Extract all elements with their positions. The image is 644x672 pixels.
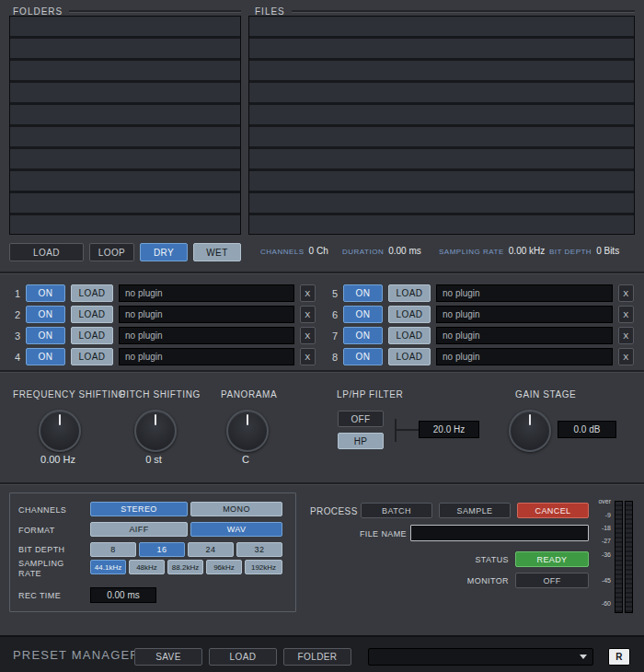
monitor-label: MONITOR [458,576,509,585]
preset-load-button[interactable]: LOAD [209,648,277,666]
slot-remove-button[interactable]: X [618,348,634,365]
folders-listbox[interactable] [9,16,241,235]
plugin-slot-row-4: 4 ON LOAD no plugin X [9,347,316,366]
slot-on-button[interactable]: ON [343,348,383,365]
bit-depth-stat-value: 0 Bits [596,246,619,256]
slot-on-button[interactable]: ON [343,284,383,302]
sampling-rate-44-button[interactable]: 44.1kHz [90,560,126,574]
meter-scale-9: -9 [591,512,611,518]
slot-load-button[interactable]: LOAD [71,306,113,323]
bit-depth-32-button[interactable]: 32 [236,542,282,557]
sampling-rate-48-button[interactable]: 48kHz [129,560,165,574]
sampling-rate-192-button[interactable]: 192kHz [245,560,282,574]
bit-depth-stat-label: BIT DEPTH [549,248,592,256]
channels-stat: CHANNELS 0 Ch [260,246,328,256]
slot-load-button[interactable]: LOAD [71,348,113,365]
slot-load-button[interactable]: LOAD [388,306,431,323]
format-wav-button[interactable]: WAV [190,522,282,537]
gain-value-field[interactable]: 0.0 dB [558,421,616,438]
filter-frequency-field[interactable]: 20.0 Hz [419,421,479,438]
slot-on-button[interactable]: ON [26,284,65,302]
slot-on-button[interactable]: ON [26,348,65,365]
bit-depth-16-button[interactable]: 16 [139,542,185,557]
loop-button[interactable]: LOOP [89,243,134,261]
preset-select-dropdown[interactable] [368,648,593,666]
slot-remove-button[interactable]: X [300,327,316,344]
preset-reset-button[interactable]: R [608,648,630,666]
slot-remove-button[interactable]: X [300,306,316,323]
format-aiff-button[interactable]: AIFF [90,522,188,537]
slot-number: 6 [327,309,338,320]
slot-on-button[interactable]: ON [343,327,383,344]
files-title-rule [292,10,635,13]
file-name-label: FILE NAME [340,529,407,539]
divider [0,482,644,485]
slot-remove-button[interactable]: X [618,327,634,344]
bit-depth-8-button[interactable]: 8 [90,542,136,557]
pitch-shifting-knob[interactable] [134,410,177,452]
slot-plugin-name: no plugin [119,348,294,365]
slot-remove-button[interactable]: X [618,306,634,323]
file-name-input[interactable] [410,525,589,541]
sampling-rate-stat-label: SAMPLING RATE [439,248,504,256]
duration-stat: DURATION 0.00 ms [342,246,421,256]
slot-number: 3 [9,330,20,342]
slot-load-button[interactable]: LOAD [71,284,113,302]
duration-stat-value: 0.00 ms [388,246,421,256]
sample-button[interactable]: SAMPLE [439,503,511,518]
sampling-rate-stat: SAMPLING RATE 0.00 kHz [439,246,545,256]
channels-stereo-button[interactable]: STEREO [90,502,188,516]
bit-depth-24-button[interactable]: 24 [188,542,234,557]
plugin-slot-row-5: 5 ON LOAD no plugin X [327,284,634,303]
slot-plugin-name: no plugin [436,327,613,344]
rec-time-label: REC TIME [18,591,61,600]
preset-folder-button[interactable]: FOLDER [283,648,351,666]
folders-load-button[interactable]: LOAD [9,243,84,261]
process-label: PROCESS [310,506,358,516]
slot-on-button[interactable]: ON [26,327,65,344]
meter-scale-45: -45 [591,577,611,584]
slot-remove-button[interactable]: X [300,348,316,365]
slot-remove-button[interactable]: X [300,284,316,302]
frequency-shifting-knob[interactable] [39,410,81,452]
channels-mono-button[interactable]: MONO [190,502,282,516]
monitor-off-button[interactable]: OFF [515,573,589,588]
slot-remove-button[interactable]: X [618,284,634,302]
knob-pointer-icon [59,414,61,425]
plugin-slot-row-7: 7 ON LOAD no plugin X [327,326,634,345]
meter-scale-over: over [591,498,611,504]
slot-load-button[interactable]: LOAD [388,348,431,365]
meter-scale-18: -18 [591,525,611,531]
gain-stage-knob[interactable] [509,410,551,452]
meter-scale-27: -27 [591,538,611,544]
batch-button[interactable]: BATCH [361,503,432,518]
sampling-rate-88-button[interactable]: 88.2kHz [167,560,203,574]
filter-connector-line [395,429,419,431]
status-badge: READY [515,551,589,567]
meter-scale-36: -36 [591,551,611,558]
level-meter-left [615,501,623,613]
status-label: STATUS [465,555,509,564]
duration-stat-label: DURATION [342,248,384,256]
rec-time-field[interactable]: 0.00 ms [90,587,156,603]
knob-pointer-icon [155,414,156,425]
panorama-knob[interactable] [226,410,269,452]
slot-plugin-name: no plugin [436,284,613,302]
channels-label: CHANNELS [18,505,66,515]
slot-load-button[interactable]: LOAD [388,327,431,344]
filter-hp-button[interactable]: HP [338,433,384,449]
preset-save-button[interactable]: SAVE [134,648,202,666]
slot-on-button[interactable]: ON [26,306,65,323]
wet-button[interactable]: WET [193,243,241,261]
filter-off-button[interactable]: OFF [338,411,384,427]
gain-stage-label: GAIN STAGE [515,389,576,400]
files-listbox[interactable] [248,16,635,235]
sampling-rate-96-button[interactable]: 96kHz [206,560,242,574]
slot-load-button[interactable]: LOAD [388,284,431,302]
dry-button[interactable]: DRY [140,243,188,261]
slot-plugin-name: no plugin [119,306,294,323]
slot-plugin-name: no plugin [436,348,613,365]
slot-on-button[interactable]: ON [343,306,383,323]
cancel-button[interactable]: CANCEL [517,503,589,518]
slot-load-button[interactable]: LOAD [71,327,113,344]
